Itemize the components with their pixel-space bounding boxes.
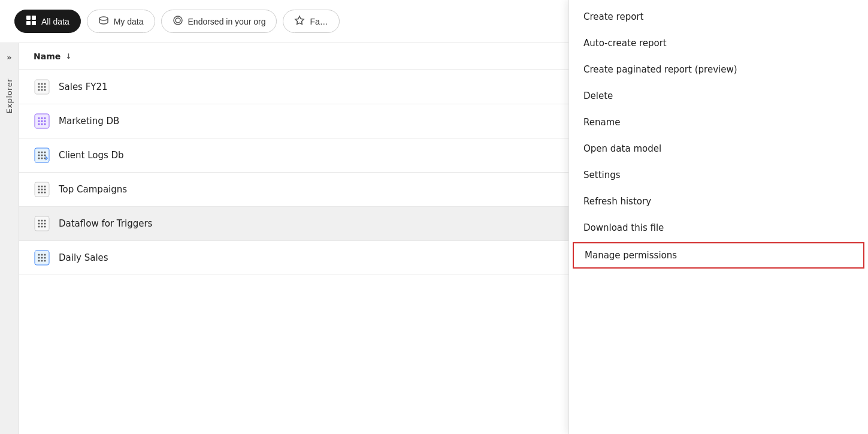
svg-point-31 xyxy=(38,155,40,156)
svg-point-64 xyxy=(38,257,40,259)
svg-point-67 xyxy=(38,260,40,262)
svg-point-50 xyxy=(44,220,46,222)
svg-point-13 xyxy=(44,86,46,88)
sidebar-expand-button[interactable]: » xyxy=(7,53,11,62)
svg-point-53 xyxy=(44,223,46,225)
context-menu-item-auto-create-report[interactable]: Auto-create report xyxy=(569,30,868,56)
svg-point-8 xyxy=(38,83,40,85)
context-menu-item-refresh-history[interactable]: Refresh history xyxy=(569,188,868,215)
svg-point-20 xyxy=(44,117,46,119)
svg-point-51 xyxy=(38,223,40,225)
svg-point-36 xyxy=(44,158,46,159)
svg-point-28 xyxy=(38,152,40,153)
svg-point-41 xyxy=(38,189,40,191)
svg-point-33 xyxy=(44,155,46,156)
svg-point-66 xyxy=(44,257,46,259)
svg-point-69 xyxy=(44,260,46,262)
context-menu-item-rename[interactable]: Rename xyxy=(569,109,868,135)
svg-point-39 xyxy=(41,186,43,188)
tab-label-endorsed: Endorsed in your org xyxy=(188,17,266,26)
svg-point-35 xyxy=(41,158,43,159)
svg-point-40 xyxy=(44,186,46,188)
svg-point-18 xyxy=(38,117,40,119)
svg-point-9 xyxy=(41,83,43,85)
sort-icon: ↓ xyxy=(65,52,71,61)
main-area: »Explorer Name ↓ Sales FY21 xyxy=(0,43,868,434)
svg-point-22 xyxy=(41,120,43,122)
svg-point-44 xyxy=(38,192,40,194)
svg-point-45 xyxy=(41,192,43,194)
sidebar: »Explorer xyxy=(0,43,19,434)
svg-point-25 xyxy=(41,123,43,125)
tab-icon-all-data xyxy=(26,15,37,28)
svg-point-62 xyxy=(41,254,43,256)
item-icon-client-logs-db xyxy=(34,147,50,164)
tab-icon-my-data xyxy=(98,15,109,28)
svg-point-30 xyxy=(44,152,46,153)
svg-point-14 xyxy=(38,89,40,91)
svg-point-19 xyxy=(41,117,43,119)
svg-point-10 xyxy=(44,83,46,85)
svg-point-43 xyxy=(44,189,46,191)
svg-point-12 xyxy=(41,86,43,88)
svg-point-56 xyxy=(44,226,46,228)
svg-point-49 xyxy=(41,220,43,222)
svg-point-4 xyxy=(99,17,108,20)
svg-point-6 xyxy=(176,18,180,23)
svg-rect-1 xyxy=(32,16,36,20)
tab-label-all-data: All data xyxy=(41,17,69,26)
context-menu-item-manage-permissions[interactable]: Manage permissions xyxy=(573,242,864,269)
sidebar-label: Explorer xyxy=(5,79,14,113)
name-column-header: Name xyxy=(34,52,61,61)
context-menu: Create reportAuto-create reportCreate pa… xyxy=(568,0,868,434)
svg-point-15 xyxy=(41,89,43,91)
item-icon-top-campaigns xyxy=(34,181,50,198)
svg-point-24 xyxy=(38,123,40,125)
svg-point-63 xyxy=(44,254,46,256)
svg-rect-3 xyxy=(32,21,36,25)
svg-point-48 xyxy=(38,220,40,222)
svg-point-46 xyxy=(44,192,46,194)
tab-favorites[interactable]: Fa… xyxy=(283,10,339,33)
context-menu-item-create-paginated-report[interactable]: Create paginated report (preview) xyxy=(569,56,868,83)
tab-endorsed[interactable]: Endorsed in your org xyxy=(161,10,277,33)
svg-rect-2 xyxy=(26,21,31,25)
item-icon-dataflow-triggers xyxy=(34,215,50,232)
svg-point-38 xyxy=(38,186,40,188)
svg-point-34 xyxy=(38,158,40,159)
svg-point-52 xyxy=(41,223,43,225)
svg-point-55 xyxy=(41,226,43,228)
svg-point-29 xyxy=(41,152,43,153)
svg-point-23 xyxy=(44,120,46,122)
svg-point-26 xyxy=(44,123,46,125)
item-icon-marketing-db xyxy=(34,113,50,129)
svg-point-16 xyxy=(44,89,46,91)
svg-point-42 xyxy=(41,189,43,191)
tab-label-my-data: My data xyxy=(114,17,144,26)
context-menu-item-delete[interactable]: Delete xyxy=(569,83,868,109)
context-menu-item-open-data-model[interactable]: Open data model xyxy=(569,135,868,162)
svg-point-11 xyxy=(38,86,40,88)
svg-point-21 xyxy=(38,120,40,122)
svg-point-5 xyxy=(174,16,182,25)
svg-rect-0 xyxy=(26,16,31,20)
svg-point-65 xyxy=(41,257,43,259)
item-icon-daily-sales xyxy=(34,249,50,266)
tab-icon-endorsed xyxy=(173,15,183,28)
item-icon-sales-fy21 xyxy=(34,79,50,95)
tab-label-favorites: Fa… xyxy=(310,17,328,26)
context-menu-item-settings[interactable]: Settings xyxy=(569,162,868,188)
svg-point-54 xyxy=(38,226,40,228)
tab-icon-favorites xyxy=(294,15,305,28)
tab-my-data[interactable]: My data xyxy=(87,10,155,33)
svg-point-32 xyxy=(41,155,43,156)
svg-point-61 xyxy=(38,254,40,256)
context-menu-item-download-file[interactable]: Download this file xyxy=(569,215,868,241)
svg-point-68 xyxy=(41,260,43,262)
context-menu-item-create-report[interactable]: Create report xyxy=(569,4,868,30)
tab-all-data[interactable]: All data xyxy=(14,10,81,33)
